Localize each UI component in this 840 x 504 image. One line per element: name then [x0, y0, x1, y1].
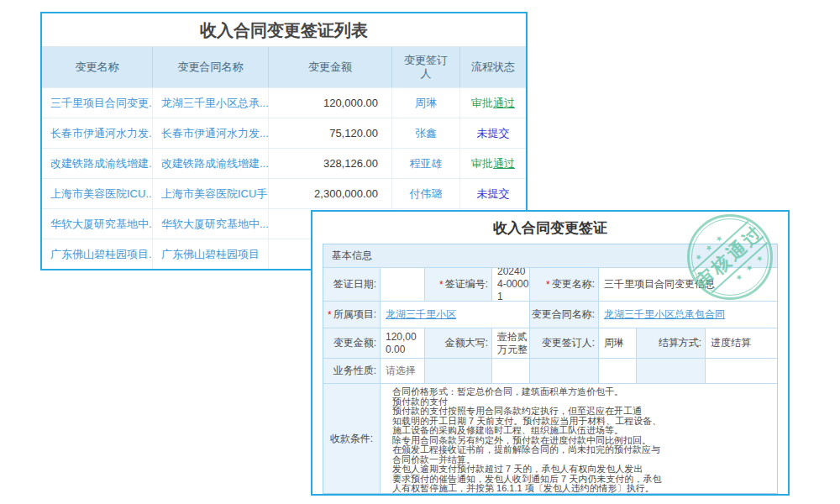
- amount-words-label: 金额大写:: [424, 328, 491, 358]
- business-nature-select[interactable]: 请选择: [380, 358, 424, 383]
- label-text: 变更名称:: [552, 277, 595, 291]
- required-asterisk: *: [328, 309, 332, 321]
- contract-name-field: 龙湖三千里小区总承包合同: [598, 301, 777, 328]
- col-header-signer: 变更签订人: [391, 47, 459, 87]
- label-text: 所属项目:: [333, 307, 376, 322]
- change-name-link[interactable]: 三千里项目合同变更...: [42, 88, 152, 118]
- change-name-link[interactable]: 上海市美容医院ICU...: [42, 179, 152, 208]
- col-header-change-name: 变更名称: [42, 47, 152, 87]
- change-name-link[interactable]: 华软大厦研究基地中...: [42, 209, 152, 239]
- label-text: 变更签订人:: [542, 336, 595, 350]
- label-text: 变更合同名称:: [532, 307, 595, 322]
- field-value: 120,000.00: [386, 331, 424, 356]
- empty-cell: [705, 358, 777, 383]
- contract-name-link[interactable]: 长春市伊通河水力发...: [152, 118, 268, 148]
- project-field: 龙湖三千里小区: [380, 301, 529, 328]
- col-header-contract-name: 变更合同名称: [152, 47, 268, 87]
- field-value: 进度结算: [711, 337, 751, 349]
- change-name-link[interactable]: 长春市伊通河水力发...: [42, 118, 152, 148]
- contract-name-label: 变更合同名称:: [529, 301, 598, 328]
- project-link[interactable]: 龙湖三千里小区: [386, 308, 456, 321]
- label-text: 变更金额:: [333, 336, 376, 350]
- status-text: 审批: [471, 156, 493, 171]
- contract-name-link[interactable]: 广东佛山碧桂园项目: [152, 239, 268, 269]
- visa-no-field: 202404-00001: [491, 267, 529, 301]
- list-title: 收入合同变更签证列表: [42, 13, 526, 47]
- field-value: 壹拾贰万元整: [497, 331, 529, 356]
- conditions-label: 收款条件:: [323, 383, 380, 493]
- status-text: 审批: [471, 96, 493, 111]
- detail-title: 收入合同变更签证: [312, 212, 788, 244]
- table-row: 长春市伊通河水力发... 长春市伊通河水力发... 75,120.00 张鑫 未…: [42, 118, 526, 148]
- change-name-link[interactable]: 改建铁路成渝线增建...: [42, 149, 152, 178]
- conditions-line: 在颁发工程接收证书前，提前解除合同的，尚未扣完的预付款应与: [392, 445, 777, 455]
- conditions-line: 合同价格形式：暂定总价合同，建筑面积单方造价包干。: [392, 387, 777, 397]
- change-name-label: *变更名称:: [529, 267, 598, 301]
- conditions-line: 预付款的支付按照专用合同条款约定执行，但至迟应在开工通: [392, 407, 777, 417]
- signer-field: 周琳: [598, 328, 636, 358]
- conditions-field: 合同价格形式：暂定总价合同，建筑面积单方造价包干。 预付款的支付 预付款的支付按…: [380, 383, 777, 493]
- label-text: 签证日期:: [333, 277, 376, 291]
- change-visa-detail-panel: 收入合同变更签证 ★ ★ ★ 审核通过 ★ ★ ★ 基本信息 签证日期: *签证…: [311, 210, 790, 496]
- field-value: 三千里项目合同变更信息: [604, 278, 715, 291]
- table-row: 改建铁路成渝线增建... 改建铁路成渝线增建... 328,126.00 程亚雄…: [42, 148, 526, 178]
- visa-date-field[interactable]: [380, 267, 424, 301]
- empty-cell: [636, 358, 705, 383]
- field-value: 202404-00001: [497, 267, 529, 301]
- amount-label: 变更金额:: [323, 328, 380, 358]
- table-row: 三千里项目合同变更... 龙湖三千里小区总承... 120,000.00 周琳 …: [42, 87, 526, 118]
- select-placeholder: 请选择: [386, 365, 416, 377]
- status-badge: 审批通过: [459, 88, 526, 118]
- status-badge: 审批通过: [459, 149, 526, 178]
- status-text: 未提交: [477, 186, 510, 202]
- basic-info-form: 基本信息 签证日期: *签证编号: 202404-00001 *变更名称: 三千…: [323, 244, 778, 494]
- signer-cell: 程亚雄: [391, 149, 459, 178]
- conditions-line: 施工设备的采购及修建临时工程、组织施工队伍进场等。: [392, 426, 777, 436]
- conditions-line: 人有权暂停施工，并按第 16.1.1 项〔发包人违约的情形〕执行。: [392, 484, 777, 493]
- status-text: 未提交: [477, 126, 510, 141]
- empty-cell: [529, 358, 598, 383]
- status-text-underlined: 通过: [493, 156, 515, 171]
- section-header: 基本信息: [323, 244, 777, 267]
- settlement-label: 结算方式:: [636, 328, 705, 358]
- contract-name-link[interactable]: 上海市美容医院ICU手...: [152, 179, 268, 208]
- signer-label: 变更签订人:: [529, 328, 598, 358]
- amount-cell: 120,000.00: [268, 88, 391, 118]
- label-text: 结算方式:: [659, 336, 701, 350]
- required-asterisk: *: [439, 279, 444, 291]
- settlement-field: 进度结算: [705, 328, 777, 358]
- change-name-field[interactable]: 三千里项目合同变更信息: [598, 267, 777, 301]
- contract-name-link[interactable]: 改建铁路成渝线增建...: [152, 149, 268, 178]
- label-text: 签证编号:: [445, 277, 488, 291]
- required-asterisk: *: [546, 279, 550, 291]
- amount-cell: 328,126.00: [268, 149, 391, 178]
- contract-name-link[interactable]: 华软大厦研究基地中...: [152, 209, 268, 239]
- label-text: 业务性质:: [333, 364, 376, 378]
- signer-cell: 周琳: [391, 88, 459, 118]
- list-table-header: 变更名称 变更合同名称 变更金额 变更签订人 流程状态: [42, 47, 526, 87]
- status-text-underlined: 通过: [493, 96, 515, 111]
- change-name-link[interactable]: 广东佛山碧桂园项目...: [42, 239, 152, 269]
- table-row: 上海市美容医院ICU... 上海市美容医院ICU手... 2,300,000.0…: [42, 178, 526, 208]
- label-text: 收款条件:: [330, 432, 373, 446]
- contract-link[interactable]: 龙湖三千里小区总承包合同: [604, 308, 725, 321]
- status-badge: 未提交: [459, 179, 526, 208]
- contract-name-link[interactable]: 龙湖三千里小区总承...: [152, 88, 268, 118]
- amount-words-field: 壹拾贰万元整: [491, 328, 529, 358]
- col-header-amount: 变更金额: [268, 47, 391, 87]
- signer-cell: 付伟璐: [391, 179, 459, 208]
- business-nature-label: 业务性质:: [323, 358, 380, 383]
- visa-no-label: *签证编号:: [424, 267, 491, 301]
- amount-field: 120,000.00: [380, 328, 424, 358]
- amount-cell: 2,300,000.00: [268, 179, 391, 208]
- empty-cell: [598, 358, 636, 383]
- amount-cell: 75,120.00: [268, 118, 391, 148]
- empty-cell: [491, 358, 529, 383]
- signer-cell: 张鑫: [391, 118, 459, 148]
- col-header-status: 流程状态: [459, 47, 526, 87]
- label-text: 金额大写:: [445, 336, 488, 350]
- project-label: *所属项目:: [323, 301, 380, 328]
- empty-cell: [424, 358, 491, 383]
- status-badge: 未提交: [459, 118, 526, 148]
- field-value: 周琳: [604, 337, 624, 349]
